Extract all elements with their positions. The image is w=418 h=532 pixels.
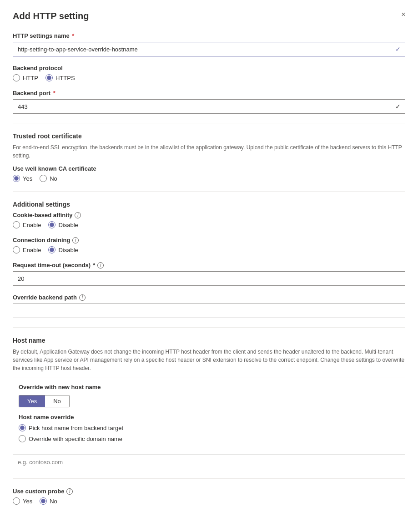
cookie-affinity-enable-option[interactable]: Enable bbox=[13, 221, 41, 228]
host-name-override-box: Override with new host name Yes No Host … bbox=[13, 378, 405, 448]
divider-3 bbox=[13, 327, 405, 328]
connection-draining-enable-radio[interactable] bbox=[13, 246, 20, 253]
backend-port-input[interactable] bbox=[13, 99, 405, 114]
connection-draining-radio-group: Enable Disable bbox=[13, 246, 405, 253]
pick-host-name-option[interactable]: Pick host name from backend target bbox=[19, 424, 399, 431]
host-name-override-radio-stack: Pick host name from backend target Overr… bbox=[19, 424, 399, 442]
domain-name-input[interactable] bbox=[13, 455, 405, 469]
divider-4 bbox=[13, 478, 405, 479]
override-specific-domain-radio[interactable] bbox=[19, 435, 26, 442]
request-timeout-label-group: Request time-out (seconds) * i bbox=[13, 262, 405, 269]
request-timeout-group: Request time-out (seconds) * i bbox=[13, 262, 405, 286]
trusted-root-cert-title: Trusted root certificate bbox=[13, 132, 405, 140]
backend-protocol-https-option[interactable]: HTTPS bbox=[45, 74, 75, 81]
backend-protocol-http-option[interactable]: HTTP bbox=[13, 74, 38, 81]
connection-draining-disable-radio[interactable] bbox=[48, 246, 55, 253]
close-button[interactable]: × bbox=[398, 9, 409, 20]
panel-title: Add HTTP setting bbox=[13, 11, 405, 21]
backend-port-label: Backend port * bbox=[13, 90, 405, 96]
cookie-affinity-disable-radio[interactable] bbox=[48, 221, 55, 228]
toggle-yes-button[interactable]: Yes bbox=[19, 395, 45, 407]
host-name-desc: By default, Application Gateway does not… bbox=[13, 348, 405, 372]
http-settings-name-input[interactable] bbox=[13, 42, 405, 56]
use-well-known-ca-yes-option[interactable]: Yes bbox=[13, 175, 32, 182]
backend-port-check-icon: ✓ bbox=[395, 103, 401, 110]
use-custom-probe-label-group: Use custom probe i bbox=[13, 488, 405, 495]
override-backend-path-input[interactable] bbox=[13, 304, 405, 318]
backend-protocol-https-radio[interactable] bbox=[45, 74, 53, 81]
additional-settings-section: Additional settings Cookie-based affinit… bbox=[13, 201, 405, 318]
divider-2 bbox=[13, 191, 405, 192]
trusted-root-cert-section: Trusted root certificate For end-to-end … bbox=[13, 132, 405, 182]
pick-host-name-radio[interactable] bbox=[19, 424, 26, 431]
backend-protocol-label: Backend protocol bbox=[13, 65, 405, 71]
cookie-affinity-label-group: Cookie-based affinity i bbox=[13, 212, 405, 218]
host-name-section: Host name By default, Application Gatewa… bbox=[13, 337, 405, 469]
override-new-host-label: Override with new host name bbox=[19, 384, 399, 390]
override-specific-domain-option[interactable]: Override with specific domain name bbox=[19, 435, 399, 442]
cookie-affinity-group: Cookie-based affinity i Enable Disable bbox=[13, 212, 405, 228]
cookie-affinity-disable-option[interactable]: Disable bbox=[48, 221, 78, 228]
use-well-known-ca-no-option[interactable]: No bbox=[40, 175, 57, 182]
host-name-override-group: Host name override Pick host name from b… bbox=[19, 414, 399, 442]
connection-draining-group: Connection draining i Enable Disable bbox=[13, 237, 405, 253]
use-custom-probe-no-option[interactable]: No bbox=[40, 497, 57, 505]
host-name-override-label: Host name override bbox=[19, 414, 399, 421]
http-settings-name-group: HTTP settings name * ✓ bbox=[13, 32, 405, 56]
use-well-known-ca-yes-radio[interactable] bbox=[13, 175, 20, 182]
cookie-affinity-info-icon[interactable]: i bbox=[75, 212, 81, 218]
cookie-affinity-radio-group: Enable Disable bbox=[13, 221, 405, 228]
request-timeout-info-icon[interactable]: i bbox=[97, 262, 104, 269]
backend-port-group: Backend port * ✓ bbox=[13, 90, 405, 114]
use-well-known-ca-label-group: Use well known CA certificate bbox=[13, 165, 405, 172]
http-settings-name-input-wrapper: ✓ bbox=[13, 42, 405, 56]
override-backend-path-group: Override backend path i bbox=[13, 294, 405, 318]
http-settings-name-label: HTTP settings name * bbox=[13, 32, 405, 39]
backend-protocol-group: Backend protocol HTTP HTTPS bbox=[13, 65, 405, 81]
trusted-root-cert-desc: For end-to-end SSL encryption, the backe… bbox=[13, 143, 405, 160]
add-http-setting-panel: Add HTTP setting × HTTP settings name * … bbox=[0, 0, 418, 532]
divider-1 bbox=[13, 123, 405, 123]
override-backend-path-label-group: Override backend path i bbox=[13, 294, 405, 301]
request-timeout-input[interactable] bbox=[13, 271, 405, 286]
backend-protocol-radio-group: HTTP HTTPS bbox=[13, 74, 405, 81]
host-name-section-title: Host name bbox=[13, 337, 405, 344]
cookie-affinity-enable-radio[interactable] bbox=[13, 221, 20, 228]
connection-draining-disable-option[interactable]: Disable bbox=[48, 246, 78, 253]
use-custom-probe-yes-option[interactable]: Yes bbox=[13, 497, 32, 505]
override-backend-path-info-icon[interactable]: i bbox=[79, 294, 86, 301]
use-custom-probe-yes-radio[interactable] bbox=[13, 497, 20, 505]
use-well-known-ca-radio-group: Yes No bbox=[13, 175, 405, 182]
toggle-no-button[interactable]: No bbox=[45, 395, 69, 407]
domain-name-input-group bbox=[13, 455, 405, 469]
use-custom-probe-radio-group: Yes No bbox=[13, 497, 405, 505]
override-new-host-toggle[interactable]: Yes No bbox=[19, 395, 70, 407]
check-icon: ✓ bbox=[395, 46, 401, 53]
connection-draining-info-icon[interactable]: i bbox=[72, 237, 79, 243]
use-custom-probe-info-icon[interactable]: i bbox=[66, 488, 73, 495]
backend-protocol-http-radio[interactable] bbox=[13, 74, 20, 81]
connection-draining-label-group: Connection draining i bbox=[13, 237, 405, 243]
use-well-known-ca-no-radio[interactable] bbox=[40, 175, 47, 182]
use-custom-probe-no-radio[interactable] bbox=[40, 497, 47, 505]
additional-settings-title: Additional settings bbox=[13, 201, 405, 208]
connection-draining-enable-option[interactable]: Enable bbox=[13, 246, 41, 253]
use-custom-probe-group: Use custom probe i Yes No bbox=[13, 488, 405, 505]
backend-port-select-wrapper: ✓ bbox=[13, 99, 405, 114]
